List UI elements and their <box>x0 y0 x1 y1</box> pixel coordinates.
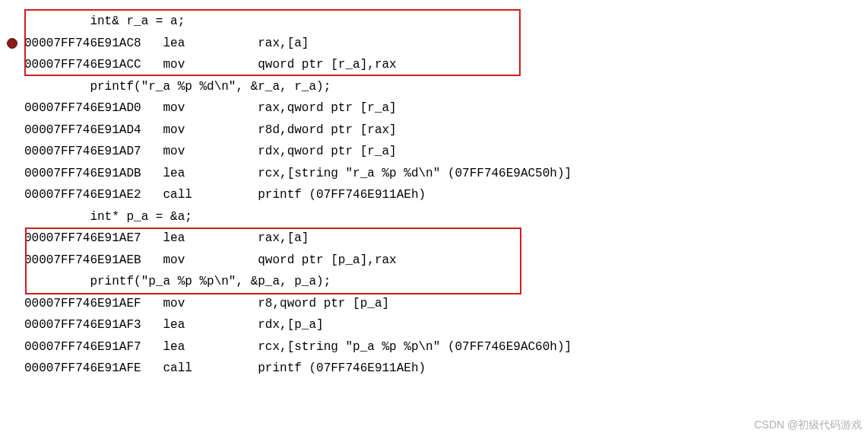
line-text: int* p_a = &a; <box>24 210 868 224</box>
code-line: int* p_a = &a; <box>0 206 868 228</box>
line-text: 00007FF746E91AD4 mov r8d,dword ptr [rax] <box>24 123 868 137</box>
code-line: 00007FF746E91ACC mov qword ptr [r_a],rax <box>0 54 868 76</box>
code-line: 00007FF746E91AF3 lea rdx,[p_a] <box>0 314 868 336</box>
watermark: CSDN @初级代码游戏 <box>754 418 862 432</box>
line-text: 00007FF746E91AFE call printf (07FF746E91… <box>24 361 868 375</box>
line-text: 00007FF746E91AF7 lea rcx,[string "p_a %p… <box>24 340 868 354</box>
line-text: 00007FF746E91AEB mov qword ptr [p_a],rax <box>24 253 868 267</box>
code-line: 00007FF746E91AF7 lea rcx,[string "p_a %p… <box>0 336 868 358</box>
line-text: 00007FF746E91AE7 lea rax,[a] <box>24 231 868 245</box>
code-line: printf("r_a %p %d\n", &r_a, r_a); <box>0 76 868 98</box>
line-text: 00007FF746E91AC8 lea rax,[a] <box>24 37 868 50</box>
code-line: 00007FF746E91AE7 lea rax,[a] <box>0 228 868 250</box>
line-text: 00007FF746E91AEF mov r8,qword ptr [p_a] <box>24 297 868 310</box>
code-line: 00007FF746E91AD4 mov r8d,dword ptr [rax] <box>0 119 868 142</box>
line-text: 00007FF746E91ACC mov qword ptr [r_a],rax <box>24 58 868 72</box>
code-line: 00007FF746E91AEF mov r8,qword ptr [p_a] <box>0 293 868 315</box>
code-line: 00007FF746E91ADB lea rcx,[string "r_a %p… <box>0 163 868 185</box>
line-text: int& r_a = a; <box>24 14 868 28</box>
code-line: 00007FF746E91AC8 lea rax,[a] <box>0 33 868 55</box>
line-text: 00007FF746E91AF3 lea rdx,[p_a] <box>24 318 868 332</box>
disassembly-view[interactable]: int& r_a = a;00007FF746E91AC8 lea rax,[a… <box>0 0 868 380</box>
line-text: printf("r_a %p %d\n", &r_a, r_a); <box>24 80 868 94</box>
code-line: 00007FF746E91AE2 call printf (07FF746E91… <box>0 184 868 206</box>
breakpoint-icon[interactable] <box>7 38 17 49</box>
line-text: 00007FF746E91AD0 mov rax,qword ptr [r_a] <box>24 101 868 115</box>
code-line: printf("p_a %p %p\n", &p_a, p_a); <box>0 271 868 293</box>
code-line <box>0 0 868 11</box>
gutter[interactable] <box>0 38 24 49</box>
code-line: 00007FF746E91AD0 mov rax,qword ptr [r_a] <box>0 97 868 119</box>
line-text: 00007FF746E91ADB lea rcx,[string "r_a %p… <box>24 167 868 180</box>
code-line: int& r_a = a; <box>0 11 868 33</box>
line-text: 00007FF746E91AD7 mov rdx,qword ptr [r_a] <box>24 145 868 158</box>
code-line: 00007FF746E91AFE call printf (07FF746E91… <box>0 358 868 380</box>
line-text: printf("p_a %p %p\n", &p_a, p_a); <box>24 275 868 288</box>
code-line: 00007FF746E91AD7 mov rdx,qword ptr [r_a] <box>0 141 868 163</box>
code-line: 00007FF746E91AEB mov qword ptr [p_a],rax <box>0 250 868 272</box>
line-text: 00007FF746E91AE2 call printf (07FF746E91… <box>24 188 868 202</box>
